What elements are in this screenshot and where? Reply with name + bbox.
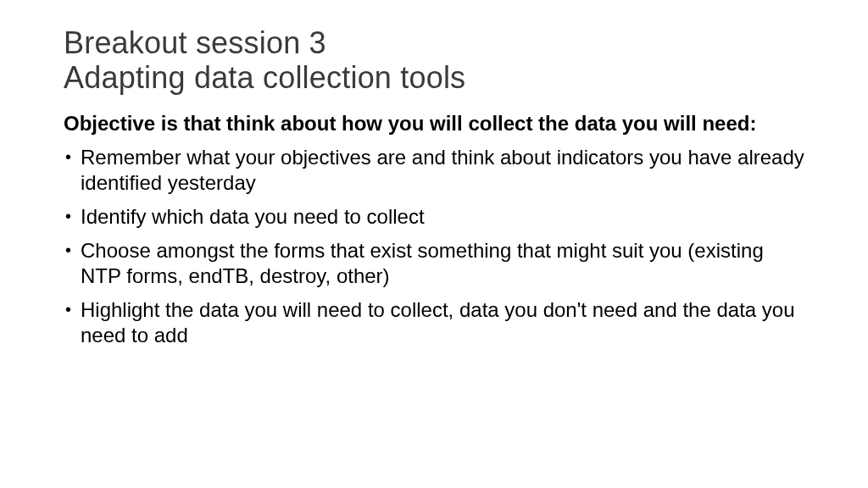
list-item: Highlight the data you will need to coll… — [64, 297, 804, 348]
list-item: Identify which data you need to collect — [64, 204, 804, 230]
list-item: Remember what your objectives are and th… — [64, 145, 804, 196]
objective-text: Objective is that think about how you wi… — [64, 111, 804, 136]
title-line-1: Breakout session 3 — [64, 25, 804, 60]
bullet-list: Remember what your objectives are and th… — [64, 145, 804, 348]
slide-title-block: Breakout session 3 Adapting data collect… — [64, 25, 804, 96]
list-item: Choose amongst the forms that exist some… — [64, 238, 804, 289]
title-line-2: Adapting data collection tools — [64, 60, 804, 95]
